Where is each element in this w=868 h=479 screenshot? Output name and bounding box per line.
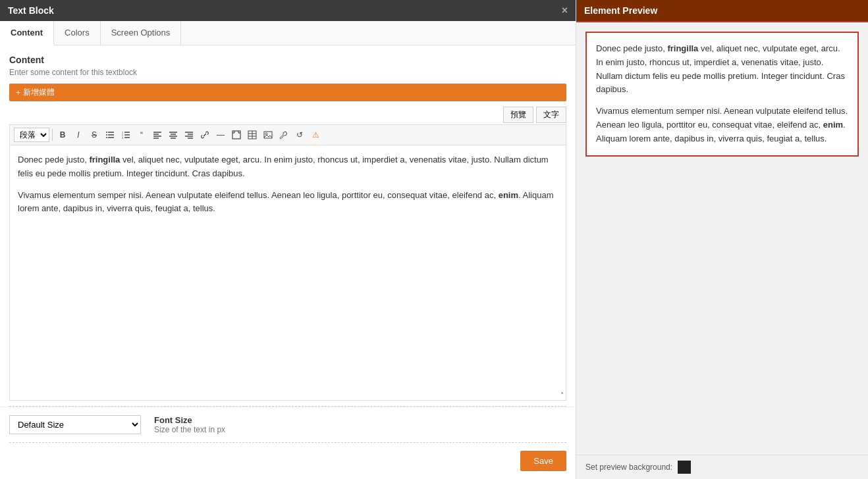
font-size-label: Font Size	[154, 415, 225, 425]
left-panel: Text Block × Content Colors Screen Optio…	[0, 0, 576, 479]
unordered-list-button[interactable]	[103, 128, 117, 142]
warning-button[interactable]: ⚠	[308, 128, 323, 142]
font-size-section: Default Size Font Size Size of the text …	[0, 407, 576, 442]
svg-rect-33	[264, 132, 272, 138]
strikethrough-button[interactable]: S	[87, 128, 101, 142]
preview-header: Element Preview	[576, 0, 868, 22]
right-panel: Element Preview Donec pede justo, fringi…	[576, 0, 868, 479]
tab-content[interactable]: Content	[0, 21, 54, 45]
preview-content: Donec pede justo, fringilla vel, aliquet…	[576, 22, 868, 455]
svg-rect-24	[232, 131, 240, 139]
preview-paragraph-1: Donec pede justo, fringilla vel, aliquet…	[596, 42, 848, 97]
tools-button[interactable]	[277, 128, 291, 142]
editor-toolbar: 段落 B I S 123 “	[9, 124, 566, 145]
link-button[interactable]	[198, 128, 212, 142]
tab-colors[interactable]: Colors	[54, 21, 101, 45]
italic-button[interactable]: I	[71, 128, 86, 142]
editor-content[interactable]: Donec pede justo, fringilla vel, aliquet…	[9, 145, 566, 401]
add-media-label: 新增媒體	[23, 87, 55, 98]
close-button[interactable]: ×	[562, 5, 568, 16]
align-left-button[interactable]	[150, 128, 165, 142]
tab-bar: Content Colors Screen Options	[0, 21, 576, 45]
svg-point-4	[106, 134, 107, 136]
content-area: Content Enter some content for this text…	[0, 45, 576, 406]
title-bar: Text Block ×	[0, 0, 576, 21]
preview-footer-label: Set preview background:	[585, 463, 672, 472]
ordered-list-button[interactable]: 123	[119, 128, 133, 142]
svg-text:3: 3	[122, 136, 124, 139]
editor-paragraph-1: Donec pede justo, fringilla vel, aliquet…	[18, 153, 558, 181]
preview-box: Donec pede justo, fringilla vel, aliquet…	[585, 32, 859, 157]
editor-wrapper: Donec pede justo, fringilla vel, aliquet…	[9, 145, 566, 401]
toolbar-top-row: 預覽 文字	[9, 107, 566, 123]
background-swatch[interactable]	[678, 461, 691, 474]
font-size-description: Size of the text in px	[154, 425, 225, 434]
image-button[interactable]	[261, 128, 275, 142]
bottom-buttons: Save	[0, 443, 576, 479]
undo-button[interactable]: ↺	[292, 128, 307, 142]
add-media-icon: +	[16, 88, 20, 97]
more-button[interactable]: —	[213, 128, 228, 142]
align-right-button[interactable]	[182, 128, 196, 142]
blockquote-button[interactable]: “	[134, 128, 149, 142]
save-button[interactable]: Save	[520, 451, 566, 471]
fullscreen-button[interactable]	[229, 128, 244, 142]
tab-screen-options[interactable]: Screen Options	[101, 21, 182, 45]
bold-button[interactable]: B	[55, 128, 70, 142]
table-button[interactable]	[245, 128, 259, 142]
editor-paragraph-2: Vivamus elementum semper nisi. Aenean vu…	[18, 189, 558, 216]
preview-footer: Set preview background:	[576, 455, 868, 479]
font-size-select[interactable]: Default Size	[9, 415, 141, 434]
section-title: Content	[9, 55, 566, 65]
text-button[interactable]: 文字	[536, 107, 566, 123]
section-subtitle: Enter some content for this textblock	[9, 68, 566, 77]
align-center-button[interactable]	[166, 128, 180, 142]
svg-point-5	[106, 137, 107, 138]
add-media-button[interactable]: + 新增媒體	[9, 84, 566, 101]
svg-point-3	[106, 132, 107, 133]
svg-point-34	[265, 133, 267, 135]
toolbar-separator-1	[52, 129, 53, 141]
format-select[interactable]: 段落	[14, 128, 49, 142]
preview-paragraph-2: Vivamus elementum semper nisi. Aenean vu…	[596, 105, 848, 145]
font-size-info: Font Size Size of the text in px	[154, 415, 225, 434]
preview-button[interactable]: 預覽	[503, 107, 533, 123]
dialog-title: Text Block	[8, 5, 54, 16]
resize-handle[interactable]: ‣	[560, 388, 564, 399]
